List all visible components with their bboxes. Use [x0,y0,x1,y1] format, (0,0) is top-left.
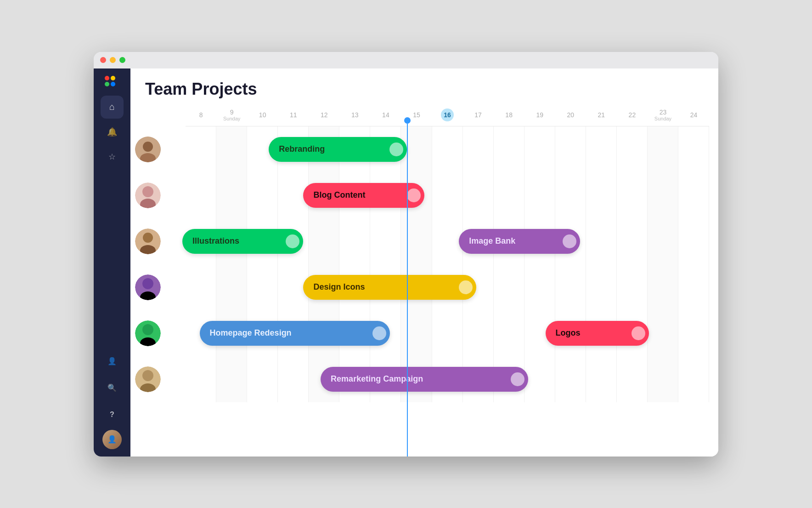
avatar-image-3 [135,274,161,300]
task-bar-remarketing[interactable]: Remarketing Campaign [321,367,528,392]
logo-dot-yellow [111,76,115,80]
home-icon: ⌂ [109,102,115,112]
day-23: 23 Sunday [648,104,678,126]
task-dot-image-bank [563,234,576,248]
task-dot-design-icons [459,280,473,294]
day-20: 20 [555,104,586,126]
search-icon: 🔍 [107,383,117,392]
avatar-image-1 [135,183,161,208]
task-bar-illustrations[interactable]: Illustrations [182,229,304,254]
task-bar-rebranding[interactable]: Rebranding [269,137,407,162]
task-label-blog-content: Blog Content [313,190,365,200]
avatar-image: 👤 [102,430,122,449]
day-21: 21 [586,104,617,126]
avatar-image-4 [135,320,161,346]
page-title: Team Projects [145,80,704,99]
task-dot-homepage-redesign [372,326,386,340]
page-header: Team Projects [130,68,718,104]
day-19: 19 [524,104,555,126]
day-18: 18 [494,104,524,126]
avatar-image-2 [135,228,161,254]
task-dot-remarketing [511,372,524,386]
day-14: 14 [370,104,401,126]
day-17: 17 [463,104,494,126]
day-10: 10 [247,104,278,126]
user-avatar[interactable]: 👤 [102,430,122,449]
task-dot-rebranding [389,143,403,156]
avatar-row-5 [135,366,161,392]
sidebar-item-favorites[interactable]: ☆ [101,145,124,168]
task-bar-homepage-redesign[interactable]: Homepage Redesign [200,321,390,346]
avatar-row-0 [135,137,161,162]
avatar-row-4 [135,320,161,346]
sidebar-item-home[interactable]: ⌂ [101,96,124,119]
day-24: 24 [678,104,709,126]
svg-point-16 [142,370,153,381]
title-bar [94,52,718,68]
task-bar-logos[interactable]: Logos [546,321,649,346]
logo-dot-green [105,82,109,86]
avatar-row-2 [135,228,161,254]
row-bg [186,126,709,172]
logo-dot-blue [111,82,115,86]
day-11: 11 [278,104,309,126]
task-label-illustrations: Illustrations [192,236,239,246]
task-dot-illustrations [286,234,299,248]
avatar-row-3 [135,274,161,300]
day-13: 13 [339,104,370,126]
task-label-rebranding: Rebranding [279,144,325,154]
help-icon: ? [110,411,114,419]
svg-point-1 [143,142,153,152]
app-window: ⌂ 🔔 ☆ 👤 🔍 ? 👤 [94,52,718,457]
day-22: 22 [617,104,648,126]
minimize-dot[interactable] [110,57,116,63]
task-label-image-bank: Image Bank [469,236,515,246]
timeline-header: 8 9 Sunday 10 11 12 13 14 15 16 17 18 [186,104,709,126]
task-dot-blog-content [407,188,421,202]
gantt-rows [186,126,709,402]
svg-point-4 [142,186,153,197]
svg-point-7 [143,233,153,243]
avatar-image-5 [135,366,161,392]
sidebar-item-notifications[interactable]: 🔔 [101,120,124,143]
bell-icon: 🔔 [107,127,117,137]
gantt-row-1 [186,172,709,218]
task-label-homepage-redesign: Homepage Redesign [210,328,292,338]
task-label-design-icons: Design Icons [313,282,365,292]
task-label-remarketing: Remarketing Campaign [331,374,423,384]
day-8: 8 [186,104,216,126]
sidebar-item-search[interactable]: 🔍 [101,377,124,400]
avatar-row-1 [135,183,161,208]
day-16: 16 [432,104,463,126]
add-user-icon: 👤 [107,357,117,365]
sidebar: ⌂ 🔔 ☆ 👤 🔍 ? 👤 [94,68,130,457]
day-12: 12 [309,104,339,126]
day-9: 9 Sunday [216,104,247,126]
svg-point-10 [142,278,153,289]
task-label-logos: Logos [556,328,581,338]
task-bar-image-bank[interactable]: Image Bank [459,229,580,254]
row-bg [186,172,709,218]
star-icon: ☆ [108,152,116,162]
gantt-chart: 8 9 Sunday 10 11 12 13 14 15 16 17 18 [130,104,718,457]
close-dot[interactable] [100,57,106,63]
svg-point-13 [142,324,153,335]
task-bar-design-icons[interactable]: Design Icons [303,275,476,300]
sidebar-bottom: 👤 🔍 ? 👤 [101,350,124,449]
day-15: 15 [401,104,432,126]
main-content: Team Projects 8 9 Sunday 10 11 12 13 [130,68,718,457]
logo-dot-red [105,76,109,80]
logo [105,76,119,86]
gantt-row-0 [186,126,709,172]
task-dot-logos [632,326,645,340]
sidebar-item-help[interactable]: ? [101,403,124,426]
maximize-dot[interactable] [119,57,125,63]
sidebar-item-add-user[interactable]: 👤 [101,350,124,373]
avatar-image-0 [135,137,161,162]
task-bar-blog-content[interactable]: Blog Content [303,183,424,208]
